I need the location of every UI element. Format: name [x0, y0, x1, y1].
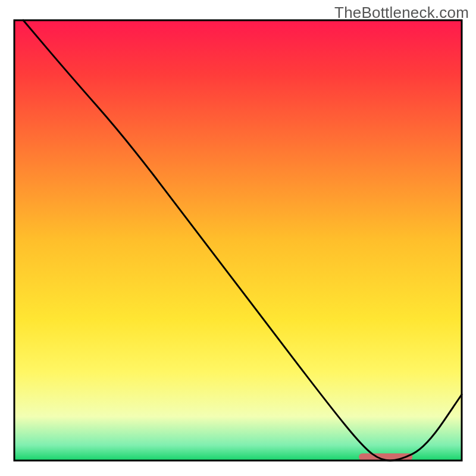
chart-plot — [0, 0, 476, 476]
watermark-label: TheBottleneck.com — [334, 4, 469, 22]
plot-background — [14, 20, 462, 461]
chart-container: TheBottleneck.com — [0, 0, 476, 476]
